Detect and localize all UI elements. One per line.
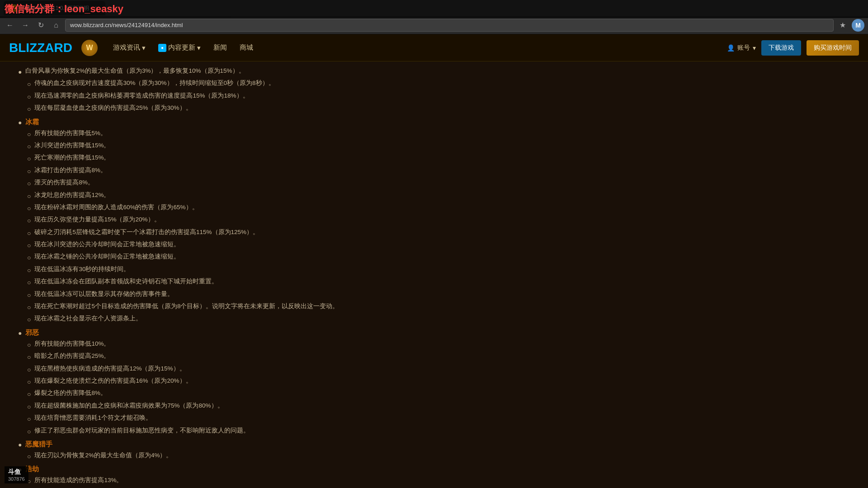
item-text: 冰龙吐息的伤害提高12%。	[34, 190, 110, 200]
item-text: 现在超级菌株施加的血之疫病和冰霜疫病效果为75%（原为80%）。	[34, 401, 223, 411]
bullet: ○	[27, 389, 31, 399]
back-button[interactable]: ←	[4, 19, 16, 32]
game-name: 斗鱼	[8, 468, 25, 476]
bullet: ○	[27, 228, 31, 238]
item-text: 冰霜打击的伤害提高8%。	[34, 165, 107, 175]
list-item: ○现在低温冰冻有30秒的持续时间。	[27, 264, 425, 275]
nav-item-content[interactable]: ● 内容更新 ▾	[152, 34, 207, 61]
nav-item-news-label: 新闻	[213, 43, 227, 52]
item-text: 现在冰川突进的公共冷却时间会正常地被急速缩短。	[34, 239, 180, 249]
nav-item-news[interactable]: 新闻	[207, 34, 233, 61]
list-item: ○现在超级菌株施加的血之疫病和冰霜疫病效果为75%（原为80%）。	[27, 401, 425, 412]
section-bullet: ●	[18, 119, 22, 126]
tab-favicon: W	[9, 5, 16, 12]
bullet: ○	[27, 178, 31, 188]
list-item: ○现在培育憎恶需要消耗1个符文才能召唤。	[27, 413, 425, 424]
list-item: ○所有技能造成的伤害提高13%。	[27, 475, 425, 486]
bookmark-button[interactable]: ★	[836, 19, 849, 32]
list-item: ○现在爆裂之疮使溃烂之伤的伤害提高16%（原为20%）。	[27, 376, 425, 387]
patch-list: ● 白骨风暴为你恢复2%的最大生命值（原为3%），最多恢复10%（原为15%）。	[18, 66, 425, 77]
refresh-button[interactable]: ↻	[34, 19, 47, 32]
bullet: ○	[27, 402, 31, 412]
browser-chrome: W 《魔兽世界》11.0.2更新说明 ✕ + ← → ↻ ⌂ wow.blizz…	[0, 0, 868, 34]
list-item: ○现在黑檀热使疾病造成的伤害提高12%（原为15%）。	[27, 364, 425, 375]
list-item: ○冰霜打击的伤害提高8%。	[27, 165, 425, 176]
new-tab-button[interactable]: +	[107, 2, 120, 14]
bullet: ○	[27, 427, 31, 436]
nav-item-shop-label: 商城	[240, 43, 253, 52]
profile-button[interactable]: M	[852, 19, 864, 32]
unholy-items: ○所有技能的伤害降低10%。 ○暗影之爪的伤害提高25%。 ○现在黑檀热使疾病造…	[27, 339, 425, 436]
dropdown-icon-gameinfo: ▾	[142, 44, 146, 52]
havoc-items: ○所有技能造成的伤害提高13%。	[27, 475, 425, 486]
item-text: 现在历久弥坚使力量提高15%（原为20%）。	[34, 215, 160, 225]
tab-close-button[interactable]: ✕	[94, 5, 100, 12]
bullet: ○	[27, 253, 31, 263]
list-item: ○冰龙吐息的伤害提高12%。	[27, 190, 425, 201]
item-text: 暗影之爪的伤害提高25%。	[34, 351, 110, 361]
bullet: ○	[27, 129, 31, 139]
bullet: ○	[27, 141, 31, 151]
bullet: ○	[27, 451, 31, 461]
nav-item-content-label: 内容更新	[168, 43, 195, 52]
item-text: 现在刃以为骨恢复2%的最大生命值（原为4%）。	[34, 450, 172, 460]
bullet: ○	[27, 314, 31, 324]
list-item: ○ 现在每层凝血使血之疫病的伤害提高25%（原为30%）。	[27, 103, 425, 114]
frost-items: ○所有技能的伤害降低5%。 ○冰川突进的伤害降低15%。 ○死亡寒潮的伤害降低1…	[27, 128, 425, 325]
list-item: ○ 现在迅速凋零的血之疫病和枯萎凋零造成伤害的速度提高15%（原为18%）。	[27, 91, 425, 102]
item-text: 现在低温冰冻会在团队副本首领战和史诗钥石地下城开始时重置。	[34, 277, 218, 286]
section-title: 邪恶	[25, 328, 39, 337]
bullet: ○	[27, 302, 31, 312]
item-text: 现在培育憎恶需要消耗1个符文才能召唤。	[34, 413, 152, 423]
nav-item-gameinfo[interactable]: 游戏资讯 ▾	[107, 34, 152, 61]
list-item: ○现在低温冰冻会在团队副本首领战和史诗钥石地下城开始时重置。	[27, 277, 425, 287]
bullet: ○	[27, 277, 31, 287]
item-text: 现在黑檀热使疾病造成的伤害提高12%（原为15%）。	[34, 364, 185, 374]
unholy-section: ● 邪恶 ○所有技能的伤害降低10%。 ○暗影之爪的伤害提高25%。 ○现在黑檀…	[18, 328, 425, 436]
content-area: ● 白骨风暴为你恢复2%的最大生命值（原为3%），最多恢复10%（原为15%）。…	[18, 61, 425, 487]
nav-item-shop[interactable]: 商城	[233, 34, 259, 61]
list-item: ○破碎之刃消耗5层锋锐之霜时使下一个冰霜打击的伤害提高115%（原为125%）。	[27, 227, 425, 238]
section-title: 冰霜	[25, 118, 39, 127]
section-header: ● 浩劫	[18, 465, 425, 475]
section-bullet: ●	[18, 441, 22, 448]
list-item: ○暗影之爪的伤害提高25%。	[27, 351, 425, 362]
tab-label: 《魔兽世界》11.0.2更新说明	[20, 5, 89, 12]
item-text: 现在爆裂之疮使溃烂之伤的伤害提高16%（原为20%）。	[34, 376, 192, 386]
havoc-section: ● 浩劫 ○所有技能造成的伤害提高13%。	[18, 465, 425, 486]
list-item: ● 白骨风暴为你恢复2%的最大生命值（原为3%），最多恢复10%（原为15%）。	[18, 66, 425, 77]
frost-section: ● 冰霜 ○所有技能的伤害降低5%。 ○冰川突进的伤害降低15%。 ○死亡寒潮的…	[18, 118, 425, 325]
list-item: ○所有技能的伤害降低5%。	[27, 128, 425, 139]
section-header: ● 恶魔猎手	[18, 440, 425, 450]
wow-icon[interactable]: W	[81, 40, 98, 56]
list-item: ○现在死亡寒潮对超过5个目标造成的伤害降低（原为8个目标）。说明文字将在未来更新…	[27, 301, 425, 312]
account-label: 账号	[737, 44, 750, 52]
blizzard-logo[interactable]: BLIZZARD	[9, 41, 72, 55]
bullet: ○	[27, 79, 31, 89]
corner-overlay: 斗鱼 307876	[5, 466, 28, 483]
buy-button[interactable]: 购买游戏时间	[807, 40, 859, 56]
browser-tab[interactable]: W 《魔兽世界》11.0.2更新说明 ✕	[4, 1, 105, 15]
item-text: 现在粉碎冰霜对周围的敌人造成60%的伤害（原为65%）。	[34, 202, 198, 212]
item-text: 现在低温冰冻有30秒的持续时间。	[34, 264, 130, 274]
bullet: ○	[27, 265, 31, 275]
list-item: ○修正了邪恶虫群会对玩家的当前目标施加恶性病变，不影响附近敌人的问题。	[27, 426, 425, 436]
download-button[interactable]: 下载游戏	[761, 40, 801, 56]
item-text: 现在每层凝血使血之疫病的伤害提高25%（原为30%）。	[34, 103, 192, 113]
bullet: ○	[27, 340, 31, 350]
section-title: 恶魔猎手	[25, 440, 52, 449]
bullet: ○	[27, 365, 31, 375]
address-bar[interactable]: wow.blizzard.cn/news/24124914/index.html	[65, 19, 834, 32]
home-button[interactable]: ⌂	[50, 19, 62, 32]
list-item: ○所有技能的伤害降低10%。	[27, 339, 425, 350]
account-button[interactable]: 👤 账号 ▾	[727, 44, 756, 52]
bullet: ●	[18, 67, 22, 77]
section-header: ● 邪恶	[18, 328, 425, 339]
item-text: 现在冰霜之社会显示在个人资源条上。	[34, 314, 142, 324]
list-item: ○现在低温冰冻可以层数显示其存储的伤害事件量。	[27, 289, 425, 300]
item-text: 冰川突进的伤害降低15%。	[34, 141, 110, 150]
forward-button[interactable]: →	[19, 19, 32, 32]
demon-hunter-section: ● 恶魔猎手 ○现在刃以为骨恢复2%的最大生命值（原为4%）。	[18, 440, 425, 461]
list-item: ○现在冰川突进的公共冷却时间会正常地被急速缩短。	[27, 239, 425, 250]
nav-item-gameinfo-label: 游戏资讯	[113, 43, 140, 52]
